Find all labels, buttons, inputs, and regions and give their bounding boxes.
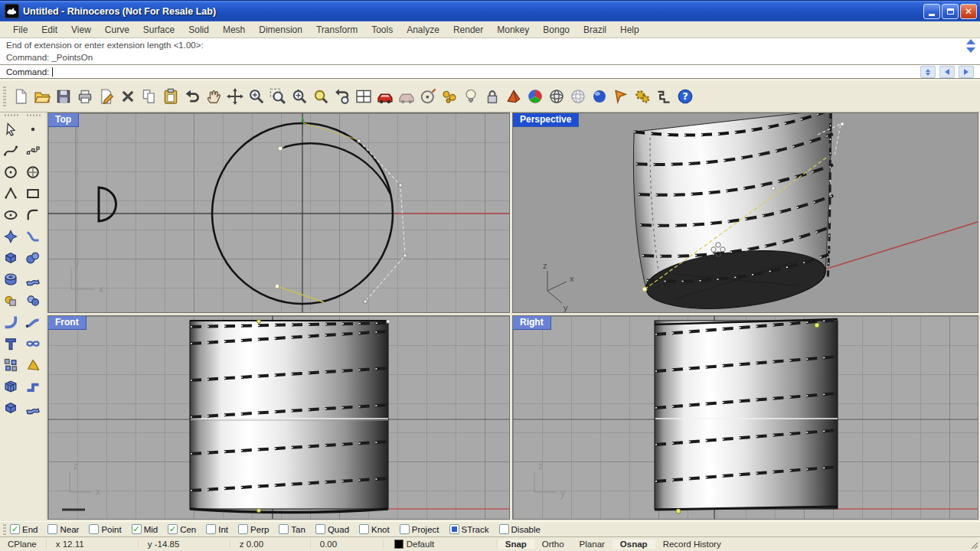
- print-button[interactable]: [74, 86, 96, 107]
- command-line[interactable]: Command:: [0, 65, 980, 79]
- control-point[interactable]: [403, 254, 407, 257]
- notify-flag-button[interactable]: [610, 86, 632, 107]
- zoom-back-button[interactable]: [332, 86, 353, 107]
- control-point[interactable]: [364, 300, 367, 303]
- viewport-title-top[interactable]: Top: [48, 113, 79, 127]
- tool-fillet-edge-button[interactable]: [0, 311, 21, 333]
- history-record-button[interactable]: [653, 86, 675, 107]
- menu-item-edit[interactable]: Edit: [34, 23, 64, 37]
- command-spinner[interactable]: [920, 66, 936, 78]
- menu-item-monkey[interactable]: Monkey: [490, 23, 536, 37]
- titlebar[interactable]: Untitled - Rhinoceros (Not For Resale La…: [0, 0, 980, 21]
- rendered-view-button[interactable]: [589, 86, 610, 107]
- tool-point-edit-button[interactable]: [22, 140, 43, 161]
- status-pane-snap[interactable]: Snap: [498, 540, 534, 549]
- viewport-title-right[interactable]: Right: [513, 316, 551, 330]
- tool-text-tool-button[interactable]: [0, 333, 21, 354]
- tool-mesh-strip-button[interactable]: [22, 397, 43, 419]
- pan-hand-button[interactable]: [203, 86, 224, 107]
- zoom-button[interactable]: [246, 86, 267, 107]
- control-point[interactable]: [275, 284, 279, 289]
- tool-boolean-union-button[interactable]: [0, 290, 21, 311]
- tool-point-button[interactable]: [22, 119, 43, 140]
- render-preview-button[interactable]: [396, 86, 417, 107]
- new-file-button[interactable]: [10, 86, 31, 107]
- tool-circle-tool-button[interactable]: [0, 161, 21, 183]
- lock-button[interactable]: [482, 86, 503, 107]
- control-point[interactable]: [257, 509, 261, 513]
- osnap-near[interactable]: Near: [47, 524, 79, 534]
- tool-curve-button[interactable]: [0, 140, 21, 161]
- tool-solid-tube-button[interactable]: [0, 269, 21, 290]
- osnap-quad[interactable]: Quad: [315, 524, 349, 534]
- paste-button[interactable]: [160, 86, 181, 107]
- tool-solid-spheres-button[interactable]: [22, 247, 43, 269]
- menu-item-dimension[interactable]: Dimension: [252, 23, 309, 37]
- wireframe-view-button[interactable]: [546, 86, 567, 107]
- control-point[interactable]: [399, 184, 402, 187]
- osnap-point[interactable]: Point: [89, 524, 121, 534]
- close-button[interactable]: ✕: [960, 4, 977, 19]
- osnap-strack[interactable]: STrack: [449, 524, 489, 534]
- cplane-selector[interactable]: CPlane: [0, 540, 47, 549]
- viewport-top[interactable]: y x Top: [47, 112, 510, 313]
- menu-item-brazil[interactable]: Brazil: [577, 23, 613, 37]
- zoom-extents-button[interactable]: [310, 86, 332, 107]
- menu-item-transform[interactable]: Transform: [309, 23, 364, 37]
- save-button[interactable]: [53, 86, 74, 107]
- tool-block-squares-button[interactable]: [0, 354, 21, 376]
- ghosted-view-button[interactable]: [567, 86, 589, 107]
- menu-item-solid[interactable]: Solid: [181, 23, 216, 37]
- command-prev-button[interactable]: [939, 66, 955, 78]
- osnap-project[interactable]: Project: [400, 524, 439, 534]
- control-point[interactable]: [387, 320, 390, 323]
- osnap-knot[interactable]: Knot: [359, 524, 390, 534]
- tool-chain-link-button[interactable]: [22, 333, 43, 354]
- control-point[interactable]: [278, 146, 283, 151]
- shade-mode-button[interactable]: [503, 86, 524, 107]
- tool-circle-3pt-button[interactable]: [22, 161, 43, 183]
- rotate-view-button[interactable]: [224, 86, 246, 107]
- tool-select-button[interactable]: [0, 119, 21, 140]
- cylinder-3d[interactable]: [626, 113, 851, 312]
- status-pane-osnap[interactable]: Osnap: [612, 540, 655, 549]
- osnap-tan[interactable]: Tan: [279, 524, 305, 534]
- osnap-int[interactable]: Int: [206, 524, 228, 534]
- control-point[interactable]: [257, 320, 261, 324]
- side-toolbar-handles[interactable]: [0, 112, 44, 119]
- menu-item-curve[interactable]: Curve: [98, 23, 136, 37]
- settings-gears-button[interactable]: [632, 86, 653, 107]
- osnap-perp[interactable]: Perp: [238, 524, 269, 534]
- scroll-down-icon[interactable]: [966, 47, 975, 53]
- lamp-button[interactable]: [460, 86, 482, 107]
- viewport-right[interactable]: z y Right: [512, 315, 978, 520]
- menu-item-tools[interactable]: Tools: [364, 23, 400, 37]
- cylinder-front[interactable]: [190, 321, 388, 509]
- status-pane-planar[interactable]: Planar: [572, 540, 612, 549]
- menu-item-bongo[interactable]: Bongo: [536, 23, 577, 37]
- viewport-perspective[interactable]: z x y Perspective: [512, 112, 978, 313]
- scroll-up-icon[interactable]: [966, 39, 975, 44]
- zoom-dynamic-button[interactable]: [289, 86, 310, 107]
- undo-button[interactable]: [181, 86, 203, 107]
- menu-item-file[interactable]: File: [6, 23, 34, 37]
- osnap-drag-handle[interactable]: [3, 524, 6, 535]
- tool-solid-box-button[interactable]: [0, 247, 21, 269]
- tool-pipe-tool-button[interactable]: [22, 311, 43, 333]
- gumball-balls-button[interactable]: [439, 86, 460, 107]
- status-pane-ortho[interactable]: Ortho: [534, 540, 572, 549]
- tool-corner-arc-button[interactable]: [22, 204, 43, 226]
- resize-grip[interactable]: [969, 540, 978, 549]
- maximize-button[interactable]: [942, 4, 959, 19]
- color-wheel-button[interactable]: [524, 86, 546, 107]
- tool-solid-box-button[interactable]: [0, 397, 21, 419]
- osnap-end[interactable]: ✓End: [10, 524, 38, 534]
- orient-cplane-button[interactable]: [417, 86, 439, 107]
- tool-mesh-box-button[interactable]: [0, 376, 21, 397]
- menu-item-mesh[interactable]: Mesh: [216, 23, 252, 37]
- tool-elbow-button[interactable]: [22, 376, 43, 397]
- tool-rectangle-tool-button[interactable]: [22, 183, 43, 204]
- status-pane-record-history[interactable]: Record History: [655, 540, 729, 549]
- toolbar-drag-handle[interactable]: [3, 86, 6, 106]
- tool-curve-interp-button[interactable]: [0, 183, 21, 204]
